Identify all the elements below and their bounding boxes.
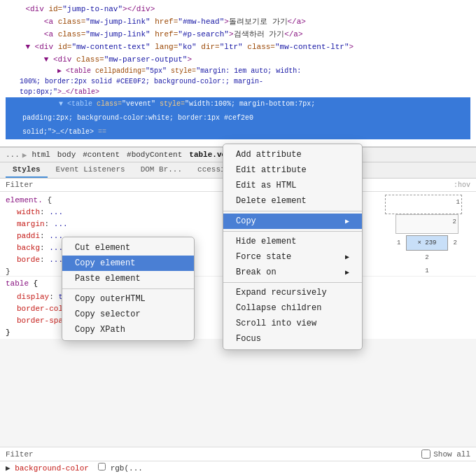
breadcrumb-body[interactable]: body: [55, 150, 78, 160]
menu-copy-label: Copy: [236, 216, 256, 226]
code-line-7c[interactable]: solid;">…</table> ==: [6, 125, 470, 139]
menu-hide-element[interactable]: Hide element: [223, 234, 362, 249]
menu-copy-outerhtml[interactable]: Copy outerHTML: [62, 291, 194, 307]
show-all-checkbox-row: Show all: [421, 449, 470, 459]
bottom-prop-checkbox[interactable]: [98, 463, 106, 470]
left-context-menu[interactable]: Cut element Copy element Paste element C…: [62, 237, 195, 341]
bottom-prop-name: background-color: [15, 464, 89, 473]
tab-dom-breakpoints[interactable]: DOM Br...: [134, 162, 189, 178]
menu-focus[interactable]: Focus: [223, 331, 362, 347]
code-line-6c[interactable]: top:0px;">…</table>: [6, 87, 470, 97]
code-line-6[interactable]: ▶ <table cellpadding="5px" style="margin…: [6, 66, 470, 76]
code-line-1[interactable]: <div id="jump-to-nav"></div>: [6, 3, 470, 15]
menu-break-on-label: Break on: [236, 267, 276, 277]
menu-sep-2: [223, 231, 362, 232]
code-editor: <div id="jump-to-nav"></div> <a class="m…: [0, 0, 476, 147]
menu-force-state-arrow: ▶: [345, 253, 349, 261]
bottom-property-row: ▶ background-color rgb(...: [0, 461, 476, 474]
menu-copy-element[interactable]: Copy element: [62, 256, 194, 271]
bottom-prop-value: rgb(...: [111, 464, 143, 473]
breadcrumb-sep-0: ▶: [22, 151, 27, 160]
bottom-filter-bar: Filter Show all: [0, 447, 476, 461]
breadcrumb-ellipsis: ...: [6, 151, 20, 159]
menu-delete-element[interactable]: Delete element: [223, 193, 362, 209]
show-all-checkbox[interactable]: [421, 449, 430, 459]
code-line-4[interactable]: ▼ <div id="mw-content-text" lang="ko" di…: [6, 41, 470, 53]
right-context-menu[interactable]: Add attribute Edit attribute Edit as HTM…: [223, 144, 363, 350]
tab-event-listeners[interactable]: Event Listeners: [49, 162, 132, 178]
breadcrumb-bodycontent[interactable]: #bodyContent: [125, 150, 184, 160]
code-line-7b[interactable]: padding:2px; background-color:white; bor…: [6, 111, 470, 125]
code-line-2[interactable]: <a class="mw-jump-link" href="#mw-head">…: [6, 15, 470, 28]
menu-copy-xpath[interactable]: Copy XPath: [62, 322, 194, 337]
menu-collapse-children[interactable]: Collapse children: [223, 300, 362, 316]
menu-force-state[interactable]: Force state ▶: [223, 249, 362, 265]
menu-break-on-arrow: ▶: [345, 268, 349, 277]
menu-edit-attribute[interactable]: Edit attribute: [223, 162, 362, 178]
bottom-panel: Filter Show all ▶ background-color rgb(.…: [0, 447, 476, 474]
menu-paste-element[interactable]: Paste element: [62, 271, 194, 286]
tab-styles[interactable]: Styles: [6, 162, 48, 178]
menu-expand-recursively[interactable]: Expand recursively: [223, 285, 362, 300]
menu-copy-parent[interactable]: Copy ▶: [223, 214, 362, 229]
menu-cut-element[interactable]: Cut element: [62, 240, 194, 256]
menu-left-sep: [62, 288, 194, 289]
code-line-3[interactable]: <a class="mw-jump-link" href="#p-search"…: [6, 28, 470, 41]
menu-break-on[interactable]: Break on ▶: [223, 265, 362, 280]
menu-sep-1: [223, 211, 362, 211]
menu-copy-arrow: ▶: [345, 217, 349, 225]
filter-hint: :hov: [454, 181, 470, 189]
code-line-6b[interactable]: 100%; border:2px solid #CEE0F2; backgrou…: [6, 76, 470, 87]
menu-scroll-into-view[interactable]: Scroll into view: [223, 316, 362, 331]
breadcrumb-html[interactable]: html: [29, 150, 52, 160]
menu-add-attribute[interactable]: Add attribute: [223, 147, 362, 162]
menu-sep-3: [223, 282, 362, 283]
show-all-label: Show all: [433, 450, 470, 459]
breadcrumb-content[interactable]: #content: [80, 150, 122, 160]
code-line-5[interactable]: ▼ <div class="mw-parser-output">: [6, 53, 470, 66]
menu-edit-as-html[interactable]: Edit as HTML: [223, 178, 362, 193]
bottom-filter-label: Filter: [6, 450, 34, 459]
box-model: 1 2 × 239 2 1 2 1 7: [385, 195, 469, 276]
code-line-7[interactable]: ▼ <table class="vevent" style="width:100…: [6, 97, 470, 111]
menu-copy-selector[interactable]: Copy selector: [62, 307, 194, 322]
filter-label: Filter: [6, 181, 34, 189]
menu-force-state-label: Force state: [236, 252, 291, 262]
